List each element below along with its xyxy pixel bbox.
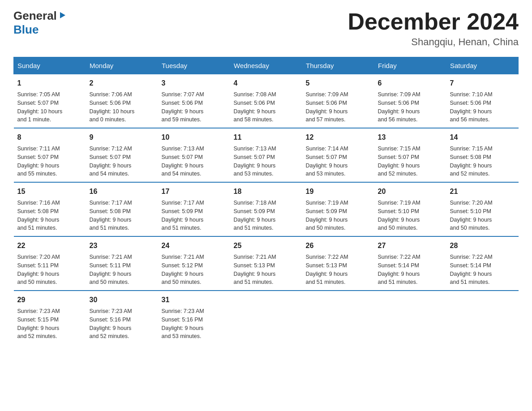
daylight-info: Daylight: 9 hoursand 51 minutes. — [234, 271, 276, 286]
calendar-cell: 30 Sunrise: 7:23 AM Sunset: 5:16 PM Dayl… — [86, 291, 158, 344]
sunrise-info: Sunrise: 7:21 AM — [90, 254, 132, 260]
sunrise-info: Sunrise: 7:19 AM — [306, 200, 348, 206]
day-number: 30 — [90, 295, 154, 305]
daylight-info: Daylight: 9 hoursand 51 minutes. — [378, 271, 420, 286]
sunrise-info: Sunrise: 7:13 AM — [234, 146, 276, 152]
sunrise-info: Sunrise: 7:23 AM — [162, 308, 204, 314]
sunset-info: Sunset: 5:11 PM — [90, 262, 131, 269]
daylight-info: Daylight: 9 hoursand 50 minutes. — [90, 271, 132, 286]
weekday-header-row: SundayMondayTuesdayWednesdayThursdayFrid… — [14, 57, 519, 74]
week-row-5: 29 Sunrise: 7:23 AM Sunset: 5:15 PM Dayl… — [14, 291, 519, 344]
sunrise-info: Sunrise: 7:05 AM — [17, 91, 60, 98]
sunrise-info: Sunrise: 7:14 AM — [306, 146, 348, 152]
svg-marker-0 — [60, 12, 65, 18]
sunset-info: Sunset: 5:06 PM — [162, 100, 203, 106]
day-number: 10 — [162, 132, 227, 143]
week-row-1: 1 Sunrise: 7:05 AM Sunset: 5:07 PM Dayli… — [14, 74, 519, 128]
calendar-cell: 22 Sunrise: 7:20 AM Sunset: 5:11 PM Dayl… — [14, 236, 86, 291]
calendar-cell: 1 Sunrise: 7:05 AM Sunset: 5:07 PM Dayli… — [14, 74, 86, 128]
logo-blue: Blue — [13, 23, 39, 36]
calendar-cell: 15 Sunrise: 7:16 AM Sunset: 5:08 PM Dayl… — [14, 182, 86, 236]
day-number: 5 — [306, 78, 371, 89]
sunrise-info: Sunrise: 7:15 AM — [378, 146, 420, 152]
daylight-info: Daylight: 9 hoursand 54 minutes. — [90, 163, 132, 177]
day-number: 2 — [90, 78, 154, 89]
calendar-header: SundayMondayTuesdayWednesdayThursdayFrid… — [14, 57, 519, 74]
sunrise-info: Sunrise: 7:07 AM — [162, 91, 204, 98]
sunset-info: Sunset: 5:07 PM — [234, 154, 275, 160]
sunset-info: Sunset: 5:08 PM — [17, 208, 59, 214]
daylight-info: Daylight: 9 hoursand 53 minutes. — [306, 163, 348, 177]
sunset-info: Sunset: 5:08 PM — [90, 208, 131, 214]
calendar-cell: 13 Sunrise: 7:15 AM Sunset: 5:07 PM Dayl… — [374, 128, 446, 182]
calendar-cell: 29 Sunrise: 7:23 AM Sunset: 5:15 PM Dayl… — [14, 291, 86, 344]
calendar-cell: 21 Sunrise: 7:20 AM Sunset: 5:10 PM Dayl… — [446, 182, 519, 236]
calendar-cell: 28 Sunrise: 7:22 AM Sunset: 5:14 PM Dayl… — [446, 236, 519, 291]
sunrise-info: Sunrise: 7:12 AM — [90, 146, 132, 152]
sunset-info: Sunset: 5:09 PM — [234, 208, 275, 214]
weekday-header-friday: Friday — [374, 57, 446, 74]
sunrise-info: Sunrise: 7:21 AM — [162, 254, 204, 260]
calendar-cell: 24 Sunrise: 7:21 AM Sunset: 5:12 PM Dayl… — [158, 236, 230, 291]
calendar-table: SundayMondayTuesdayWednesdayThursdayFrid… — [13, 57, 519, 344]
day-number: 7 — [450, 78, 515, 89]
calendar-cell: 8 Sunrise: 7:11 AM Sunset: 5:07 PM Dayli… — [14, 128, 86, 182]
calendar-cell: 31 Sunrise: 7:23 AM Sunset: 5:16 PM Dayl… — [158, 291, 230, 344]
sunrise-info: Sunrise: 7:10 AM — [450, 91, 493, 98]
sunrise-info: Sunrise: 7:22 AM — [378, 254, 420, 260]
day-number: 3 — [162, 78, 227, 89]
daylight-info: Daylight: 9 hoursand 52 minutes. — [450, 163, 492, 177]
daylight-info: Daylight: 9 hoursand 50 minutes. — [17, 271, 60, 286]
calendar-cell: 17 Sunrise: 7:17 AM Sunset: 5:09 PM Dayl… — [158, 182, 230, 236]
week-row-4: 22 Sunrise: 7:20 AM Sunset: 5:11 PM Dayl… — [14, 236, 519, 291]
page-header: General Blue December 2024 Shangqiu, Hen… — [13, 9, 519, 48]
sunset-info: Sunset: 5:14 PM — [378, 262, 419, 269]
calendar-cell: 23 Sunrise: 7:21 AM Sunset: 5:11 PM Dayl… — [86, 236, 158, 291]
weekday-header-thursday: Thursday — [302, 57, 374, 74]
sunrise-info: Sunrise: 7:23 AM — [90, 308, 132, 314]
daylight-info: Daylight: 9 hoursand 50 minutes. — [162, 271, 204, 286]
location-title: Shangqiu, Henan, China — [348, 36, 519, 48]
sunrise-info: Sunrise: 7:17 AM — [162, 200, 204, 206]
calendar-cell: 19 Sunrise: 7:19 AM Sunset: 5:09 PM Dayl… — [302, 182, 374, 236]
sunset-info: Sunset: 5:16 PM — [90, 317, 131, 323]
sunset-info: Sunset: 5:12 PM — [162, 262, 203, 269]
title-section: December 2024 Shangqiu, Henan, China — [348, 9, 519, 48]
calendar-cell: 20 Sunrise: 7:19 AM Sunset: 5:10 PM Dayl… — [374, 182, 446, 236]
daylight-info: Daylight: 9 hoursand 51 minutes. — [450, 271, 492, 286]
sunset-info: Sunset: 5:10 PM — [378, 208, 419, 214]
calendar-cell: 12 Sunrise: 7:14 AM Sunset: 5:07 PM Dayl… — [302, 128, 374, 182]
week-row-3: 15 Sunrise: 7:16 AM Sunset: 5:08 PM Dayl… — [14, 182, 519, 236]
sunrise-info: Sunrise: 7:20 AM — [450, 200, 493, 206]
calendar-cell: 11 Sunrise: 7:13 AM Sunset: 5:07 PM Dayl… — [230, 128, 302, 182]
daylight-info: Daylight: 9 hoursand 59 minutes. — [162, 108, 204, 123]
day-number: 19 — [306, 186, 371, 197]
calendar-cell: 9 Sunrise: 7:12 AM Sunset: 5:07 PM Dayli… — [86, 128, 158, 182]
day-number: 6 — [378, 78, 443, 89]
day-number: 16 — [90, 186, 154, 197]
sunset-info: Sunset: 5:07 PM — [17, 100, 59, 106]
sunset-info: Sunset: 5:07 PM — [306, 154, 347, 160]
sunset-info: Sunset: 5:11 PM — [17, 262, 59, 269]
daylight-info: Daylight: 9 hoursand 52 minutes. — [90, 325, 132, 340]
calendar-cell: 18 Sunrise: 7:18 AM Sunset: 5:09 PM Dayl… — [230, 182, 302, 236]
day-number: 1 — [17, 78, 82, 89]
daylight-info: Daylight: 9 hoursand 51 minutes. — [234, 217, 276, 231]
calendar-cell: 3 Sunrise: 7:07 AM Sunset: 5:06 PM Dayli… — [158, 74, 230, 128]
sunset-info: Sunset: 5:06 PM — [306, 100, 347, 106]
sunset-info: Sunset: 5:07 PM — [378, 154, 419, 160]
calendar-cell — [446, 291, 519, 344]
sunrise-info: Sunrise: 7:16 AM — [17, 200, 60, 206]
logo: General Blue — [13, 9, 66, 37]
daylight-info: Daylight: 10 hoursand 1 minute. — [17, 108, 63, 123]
daylight-info: Daylight: 9 hoursand 51 minutes. — [17, 217, 60, 231]
day-number: 17 — [162, 186, 227, 197]
calendar-cell — [374, 291, 446, 344]
day-number: 23 — [90, 240, 154, 251]
sunset-info: Sunset: 5:06 PM — [378, 100, 419, 106]
sunrise-info: Sunrise: 7:09 AM — [306, 91, 348, 98]
sunrise-info: Sunrise: 7:08 AM — [234, 91, 276, 98]
sunset-info: Sunset: 5:06 PM — [450, 100, 491, 106]
weekday-header-tuesday: Tuesday — [158, 57, 230, 74]
sunrise-info: Sunrise: 7:18 AM — [234, 200, 276, 206]
